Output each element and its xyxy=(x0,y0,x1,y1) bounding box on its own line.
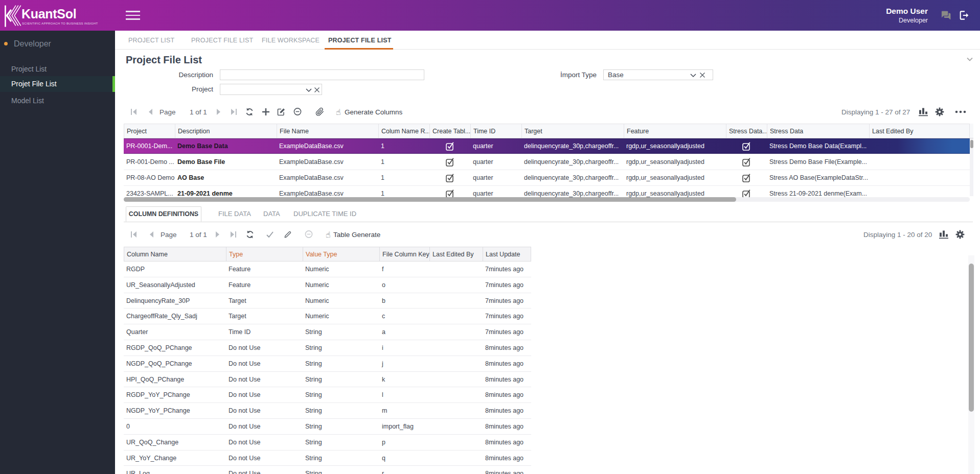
grid2-cell-last_update: 7minutes ago xyxy=(483,324,531,340)
grid2-row[interactable]: DelinquencyRate_30PTargetNumericb7minute… xyxy=(124,293,531,309)
grid2-column-header[interactable]: Last Update xyxy=(483,247,531,261)
description-input[interactable] xyxy=(220,69,424,80)
grid1-row[interactable]: PR-001-Demo ...Demo Base FileExampleData… xyxy=(124,154,970,170)
table-generate-button[interactable]: Table Generate xyxy=(333,230,380,238)
grid2-row[interactable]: RGDP_QoQ_PChangeDo not UseStringi8minute… xyxy=(124,340,531,356)
grid2-column-header[interactable]: File Column Key xyxy=(380,247,430,261)
grid1-column-header[interactable]: Description xyxy=(175,124,277,138)
grid2-column-header[interactable]: Type xyxy=(226,247,303,261)
grid2-row[interactable]: NGDP_YoY_PChangeDo not UseStringm8minute… xyxy=(124,403,531,419)
grid2-first-page-button[interactable] xyxy=(130,230,139,239)
grid2-cell-name: RGDP xyxy=(124,262,226,277)
grid2-row[interactable]: HPI_QoQ_PChangeDo not UseStringk8minutes… xyxy=(124,372,531,388)
grid1-column-header[interactable]: Stress Data xyxy=(767,124,870,138)
grid2-row[interactable]: RGDPFeatureNumericf7minutes ago xyxy=(124,262,531,277)
grid2-row[interactable]: RGDP_YoY_PChangeDo not UseStringl8minute… xyxy=(124,387,531,403)
grid2-last-page-button[interactable] xyxy=(229,230,237,239)
grid2-edit-button[interactable] xyxy=(284,230,292,239)
refresh-button[interactable] xyxy=(245,108,254,116)
grid2-prev-page-button[interactable] xyxy=(148,230,156,239)
grid2-remove-button[interactable] xyxy=(305,230,313,239)
panel-vscrollbar-track[interactable] xyxy=(968,255,974,474)
grid1-cell-checkbox[interactable] xyxy=(429,138,470,154)
sub-tab-file-data[interactable]: FILE DATA xyxy=(218,206,251,222)
import-combo-clear-icon xyxy=(699,72,706,79)
main-tab-0[interactable]: PROJECT LIST xyxy=(128,31,174,50)
grid2-next-page-button[interactable] xyxy=(214,230,222,239)
sub-tab-data[interactable]: DATA xyxy=(263,206,280,222)
grid1-column-header[interactable]: Target xyxy=(522,124,624,138)
import-type-combobox[interactable]: Base xyxy=(603,69,713,80)
grid1-column-header[interactable]: Colum Name R... xyxy=(379,124,430,138)
grid1-cell-checkbox[interactable] xyxy=(429,186,470,198)
grid1-cell-checkbox[interactable] xyxy=(429,154,470,170)
sub-tab-duplicate-time-id[interactable]: DUPLICATE TIME ID xyxy=(293,206,356,222)
grid1-cell-checkbox[interactable] xyxy=(726,170,767,185)
generate-columns-button[interactable]: Generate Columns xyxy=(345,108,402,115)
more-options-button[interactable] xyxy=(955,110,966,113)
edit-button[interactable] xyxy=(277,108,285,116)
grid2-row[interactable]: UR_LogDo not UseStringr8minutes ago xyxy=(124,466,531,474)
grid1-column-header[interactable]: Stress Data... xyxy=(726,124,767,138)
grid2-cell-key: b xyxy=(379,293,429,309)
first-page-button[interactable] xyxy=(130,108,139,116)
grid1-row[interactable]: PR-08-AO DemoAO BaseExampleDataBase.csv1… xyxy=(124,170,970,186)
grid2-row[interactable]: UR_QoQ_ChangeDo not UseStringp8minutes a… xyxy=(124,435,531,451)
grid1-cell-checkbox[interactable] xyxy=(726,154,767,170)
grid1-cell-checkbox[interactable] xyxy=(429,170,470,185)
main-tab-2[interactable]: FILE WORKSPACE xyxy=(262,31,320,50)
grid2-column-header[interactable]: Column Name xyxy=(124,247,226,261)
grid1-column-header[interactable]: Project xyxy=(124,124,175,138)
grid2-apply-button[interactable] xyxy=(266,230,274,239)
grid1-column-header[interactable]: Feature xyxy=(624,124,726,138)
grid2-column-header[interactable]: Value Type xyxy=(303,247,380,261)
last-page-button[interactable] xyxy=(230,108,238,116)
add-button[interactable] xyxy=(261,107,270,116)
grid2-cell-last_edited_by xyxy=(429,277,483,293)
chat-button[interactable] xyxy=(940,10,951,20)
project-combobox[interactable] xyxy=(220,84,322,95)
grid1-hscrollbar-thumb[interactable] xyxy=(124,197,736,202)
main-tab-1[interactable]: PROJECT FILE LIST xyxy=(191,31,253,50)
grid2-row[interactable]: NGDP_QoQ_PChangeDo not UseStringj8minute… xyxy=(124,356,531,372)
attach-button[interactable] xyxy=(315,107,324,116)
prev-page-icon xyxy=(147,108,155,116)
grid1-column-header[interactable]: Last Edited By xyxy=(870,124,970,138)
generate-columns-icon-wrap: ☝ xyxy=(336,107,344,116)
grid2-row[interactable]: UR_SeasonallyAdjustedFeatureNumerico7min… xyxy=(124,277,531,293)
grid1-vscrollbar-thumb[interactable] xyxy=(970,140,973,148)
grid2-cell-last_edited_by xyxy=(429,403,483,418)
grid2-column-header[interactable]: Last Edited By xyxy=(430,247,483,261)
grid2-row[interactable]: UR_YoY_ChangeDo not UseStringq8minutes a… xyxy=(124,451,531,466)
grid1-column-header[interactable]: Time ID xyxy=(471,124,522,138)
grid1-hscrollbar-track[interactable] xyxy=(124,197,970,202)
grid2-chart-view-button[interactable] xyxy=(939,230,948,239)
grid1-cell-checkbox[interactable] xyxy=(726,138,767,154)
grid1-cell-checkbox[interactable] xyxy=(726,186,767,198)
grid2-row[interactable]: ChargeoffRate_Qly_SadjTargetNumericc7min… xyxy=(124,309,531,324)
next-page-button[interactable] xyxy=(215,108,223,116)
remove-button[interactable] xyxy=(293,107,302,116)
sidebar-item-projet-file-list[interactable]: Projet File List xyxy=(0,76,115,92)
panel-vscrollbar-thumb[interactable] xyxy=(969,264,974,412)
grid2-settings-button[interactable] xyxy=(955,230,965,239)
grid1-vscrollbar-track[interactable] xyxy=(970,138,973,196)
grid2-refresh-button[interactable] xyxy=(246,230,254,239)
grid1-column-header[interactable]: File Name xyxy=(277,124,379,138)
refresh-icon xyxy=(245,108,254,116)
chart-view-button[interactable] xyxy=(919,107,928,116)
grid2-row[interactable]: 0Do not UseStringimport_flag8minutes ago xyxy=(124,419,531,435)
settings-button[interactable] xyxy=(935,107,944,116)
grid1-row[interactable]: PR-0001-Dem...Demo Base DataExampleDataB… xyxy=(124,138,970,154)
grid1-column-header[interactable]: Create Tabl... xyxy=(430,124,471,138)
sidebar-item-project-list[interactable]: Project List xyxy=(0,61,115,77)
panel-collapse-button[interactable] xyxy=(966,56,974,62)
grid2-row[interactable]: QuarterTime IDStringa7minutes ago xyxy=(124,324,531,340)
grid1-row[interactable]: 23423-SAMPL...21-09-2021 denmeExampleDat… xyxy=(124,186,970,198)
hamburger-menu-button[interactable] xyxy=(126,9,140,21)
logout-button[interactable] xyxy=(959,10,969,20)
sub-tab-column-definitions[interactable]: COLUMN DEFINITIONS xyxy=(126,206,201,222)
grid2-cell-key: o xyxy=(379,277,429,293)
main-tab-3[interactable]: PROJECT FILE LIST xyxy=(328,31,392,50)
prev-page-button[interactable] xyxy=(147,108,155,116)
